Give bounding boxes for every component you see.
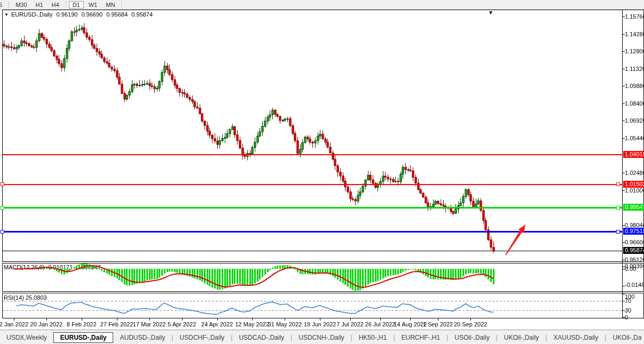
date-axis-label: 26 Jul 2022 [365, 321, 396, 327]
support-line-green-price-tag: 0.99547 [623, 204, 644, 211]
mt4-chart-window: 5M30H1H4D1W1MN ▼EURUSD-,Daily 0.96190 0.… [0, 0, 644, 344]
resistance-line-lower[interactable] [3, 184, 622, 185]
macd-scale-zero: 0.00 [625, 266, 636, 272]
date-axis-label: 8 Feb 2022 [67, 321, 97, 327]
price-axis-tick: 1.09880 [625, 83, 644, 89]
rsi-level-label: 30 [625, 307, 631, 314]
date-axis-label: 7 Jul 2022 [336, 321, 364, 327]
price-axis-tick: 1.08400 [625, 100, 644, 107]
price-axis-tick: 1.02480 [625, 170, 644, 176]
rsi-level-label: 0 [625, 314, 628, 321]
price-axis-tick: 1.15760 [625, 13, 644, 20]
price-axis-tick: 0.95120 [625, 257, 644, 263]
chart-plot-canvas[interactable] [0, 0, 644, 344]
rsi-level-label: 70 [625, 298, 631, 304]
price-axis-tick: 0.96600 [625, 239, 644, 245]
price-axis-tick: 1.05440 [625, 135, 644, 141]
date-axis-label: 20 Sep 2022 [454, 321, 487, 327]
down-arrow-marker-icon[interactable]: ▼ [488, 10, 493, 15]
current-price-tag: 0.95874 [623, 247, 644, 254]
price-axis-separator [622, 10, 623, 318]
support-line-green-handle-left[interactable] [1, 206, 4, 210]
support-line-green-handle-right[interactable] [616, 206, 620, 210]
date-axis-label: 19 Jun 2022 [304, 321, 336, 327]
ohlc-low: 0.95684 [106, 11, 128, 18]
date-axis-label: 27 Feb 2022 [100, 321, 133, 327]
price-axis-tick: 1.11320 [625, 66, 644, 72]
current-price-line [3, 251, 622, 251]
support-line-blue-price-tag: 0.97519 [623, 228, 644, 235]
ohlc-high: 0.96690 [81, 11, 103, 18]
price-axis-tick: 1.14280 [625, 31, 644, 37]
resistance-line-lower-handle-left[interactable] [1, 182, 4, 186]
date-axis-label: 2 Jan 2022 [0, 321, 28, 327]
resistance-line-lower-price-tag: 1.01502 [623, 181, 644, 188]
rsi-label: RSI(14) 25.0803 [4, 294, 47, 301]
ohlc-open: 0.96190 [57, 11, 78, 18]
resistance-line-upper[interactable] [3, 154, 622, 155]
symbol-title: EURUSD-,Daily [11, 11, 53, 18]
price-axis-tick: 1.12800 [625, 48, 644, 54]
support-line-blue-handle-right[interactable] [616, 230, 620, 234]
ohlc-close: 0.95874 [131, 11, 153, 18]
date-axis-label: 12 May 2022 [235, 321, 269, 327]
date-axis-label: 1 Sep 2022 [423, 321, 453, 327]
price-axis-tick: 1.01000 [625, 187, 644, 194]
resistance-line-upper-price-tag: 1.04015 [623, 151, 644, 158]
macd-scale-min: -0.014693 [625, 282, 644, 288]
date-axis-label: 5 Apr 2022 [168, 321, 196, 327]
date-axis-label: 24 Apr 2022 [201, 321, 233, 327]
date-axis-label: 20 Jan 2022 [30, 321, 63, 327]
chart-title: ▼EURUSD-,Daily 0.96190 0.96690 0.95684 0… [4, 11, 155, 18]
date-axis-label: 14 Aug 2022 [394, 321, 427, 327]
support-line-blue[interactable] [3, 231, 622, 233]
collapse-arrow-icon[interactable]: ▼ [4, 12, 9, 17]
support-line-blue-handle-left[interactable] [1, 230, 4, 234]
date-axis-label: 17 Mar 2022 [133, 321, 166, 327]
support-line-green[interactable] [3, 207, 622, 209]
price-axis-tick: 1.06920 [625, 117, 644, 124]
date-axis-label: 31 May 2022 [268, 321, 302, 327]
resistance-line-lower-handle-right[interactable] [616, 182, 620, 186]
